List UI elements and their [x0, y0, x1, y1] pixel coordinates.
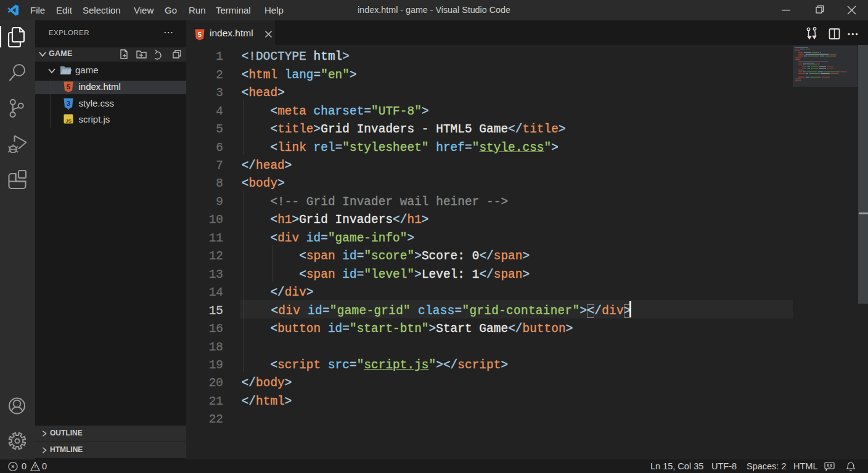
svg-text:3: 3: [67, 100, 70, 107]
svg-text:5: 5: [67, 83, 70, 91]
svg-text:5: 5: [198, 31, 202, 38]
svg-text:JS: JS: [65, 118, 72, 124]
